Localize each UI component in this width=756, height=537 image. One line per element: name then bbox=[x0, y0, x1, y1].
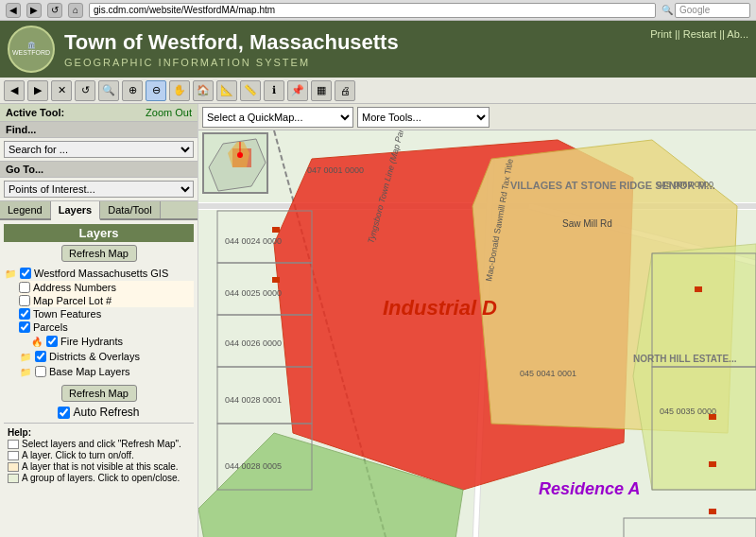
refresh-tool[interactable]: ↺ bbox=[75, 80, 95, 101]
help-item: Select layers and click "Refresh Map". bbox=[8, 439, 190, 449]
zoom-out-tool[interactable]: ⊖ bbox=[146, 80, 166, 101]
hydrant-icon: 🔥 bbox=[30, 335, 43, 348]
panel-tabs: Legend Layers Data/Tool bbox=[0, 201, 198, 220]
search-area: Search for ... bbox=[0, 138, 198, 162]
folder-icon-basemap: 📁 bbox=[19, 365, 32, 378]
goto-area: Points of Interest... bbox=[0, 178, 198, 201]
layer-checkbox-address[interactable] bbox=[19, 282, 30, 293]
grid-tool[interactable]: ▦ bbox=[311, 80, 332, 101]
main-content: Active Tool: Zoom Out Find... Search for… bbox=[0, 104, 756, 537]
active-tool-label: Active Tool: bbox=[6, 107, 64, 118]
help-item: A group of layers. Click to open/close. bbox=[8, 473, 190, 483]
address-bar[interactable]: gis.cdm.com/website/WestfordMA/map.htm bbox=[89, 3, 656, 18]
svg-text:Residence A: Residence A bbox=[539, 479, 640, 498]
layer-checkbox-basemap[interactable] bbox=[35, 366, 46, 377]
layer-item[interactable]: Map Parcel Lot # bbox=[19, 294, 194, 307]
help-swatch-2 bbox=[8, 451, 19, 460]
svg-text:Industrial D: Industrial D bbox=[383, 296, 497, 320]
refresh-map-button[interactable]: Refresh Map bbox=[61, 245, 137, 262]
browser-chrome: ◀ ▶ ↺ ⌂ gis.cdm.com/website/WestfordMA/m… bbox=[0, 0, 756, 21]
header-links[interactable]: Print || Restart || Ab... bbox=[650, 25, 748, 40]
title-block: Town of Westford, Massachusetts GEOGRAPH… bbox=[64, 30, 641, 68]
layer-item[interactable]: 🔥 Fire Hydrants bbox=[30, 334, 194, 349]
quickmap-select[interactable]: Select a QuickMap... bbox=[202, 107, 353, 128]
layer-item[interactable]: Parcels bbox=[19, 320, 194, 334]
app-subtitle: GEOGRAPHIC INFORMATION SYSTEM bbox=[64, 57, 641, 68]
pin-tool[interactable]: 📌 bbox=[287, 80, 308, 101]
active-tool-value: Zoom Out bbox=[146, 107, 192, 118]
layer-checkbox-town[interactable] bbox=[19, 308, 30, 320]
pan-tool[interactable]: ✋ bbox=[169, 80, 190, 101]
layer-label-address: Address Numbers bbox=[33, 282, 116, 293]
app-title: Town of Westford, Massachusetts bbox=[64, 30, 641, 55]
refresh-button[interactable]: ↺ bbox=[47, 3, 62, 18]
layers-title: Layers bbox=[4, 224, 194, 242]
help-section: Help: Select layers and click "Refresh M… bbox=[4, 423, 194, 488]
layer-checkbox-parcels[interactable] bbox=[19, 321, 30, 333]
app-header: 🏛️WESTFORD Town of Westford, Massachuset… bbox=[0, 21, 756, 78]
svg-rect-45 bbox=[695, 286, 702, 292]
tab-legend[interactable]: Legend bbox=[0, 201, 51, 218]
help-swatch-4 bbox=[8, 474, 19, 483]
main-toolbar: ◀ ▶ ✕ ↺ 🔍 ⊕ ⊖ ✋ 🏠 📐 📏 ℹ 📌 ▦ 🖨 bbox=[0, 78, 756, 104]
search-dropdown[interactable]: Search for ... bbox=[4, 141, 194, 158]
layers-panel: Layers Refresh Map 📁 Westford Massachuse… bbox=[0, 220, 198, 492]
svg-rect-48 bbox=[709, 509, 716, 514]
layer-checkbox-hydrants[interactable] bbox=[46, 336, 58, 347]
svg-text:VILLAGES AT STONE RIDGE SENIOR: VILLAGES AT STONE RIDGE SENIOR M... bbox=[510, 180, 715, 191]
measure-tool[interactable]: 📏 bbox=[240, 80, 261, 101]
info-tool[interactable]: ℹ bbox=[264, 80, 284, 101]
layer-label-districts: Districts & Overlays bbox=[49, 351, 140, 362]
auto-refresh-label: Auto Refresh bbox=[73, 406, 139, 419]
cancel-tool[interactable]: ✕ bbox=[51, 80, 72, 101]
auto-refresh-checkbox[interactable] bbox=[58, 407, 70, 419]
goto-dropdown[interactable]: Points of Interest... bbox=[4, 181, 194, 198]
measure-area-tool[interactable]: 📐 bbox=[216, 80, 237, 101]
google-search-icon: 🔍 bbox=[662, 5, 673, 15]
map-area[interactable]: Select a QuickMap... More Tools... bbox=[198, 104, 756, 537]
help-item: A layer that is not visible at this scal… bbox=[8, 461, 190, 472]
layer-item[interactable]: Town Features bbox=[19, 307, 194, 320]
help-item: A layer. Click to turn on/off. bbox=[8, 450, 190, 460]
svg-text:044 0028 0005: 044 0028 0005 bbox=[225, 461, 282, 471]
svg-rect-47 bbox=[709, 461, 716, 467]
layer-label-parcel: Map Parcel Lot # bbox=[33, 295, 112, 306]
back-tool[interactable]: ◀ bbox=[4, 80, 25, 101]
home-button[interactable]: ⌂ bbox=[68, 3, 83, 18]
svg-text:Saw Mill Rd: Saw Mill Rd bbox=[562, 218, 612, 229]
moretools-select[interactable]: More Tools... bbox=[357, 107, 490, 128]
layer-item[interactable]: 📁 Westford Massachusetts GIS bbox=[4, 266, 194, 281]
help-title: Help: bbox=[8, 427, 190, 438]
layer-item[interactable]: 📁 Base Map Layers bbox=[19, 364, 194, 379]
active-tool-bar: Active Tool: Zoom Out bbox=[0, 104, 198, 122]
folder-icon-districts: 📁 bbox=[19, 350, 32, 363]
print-tool[interactable]: 🖨 bbox=[335, 80, 355, 101]
tab-datatool[interactable]: Data/Tool bbox=[100, 201, 160, 218]
svg-rect-46 bbox=[709, 414, 716, 420]
layer-item[interactable]: Address Numbers bbox=[19, 281, 194, 294]
home-tool[interactable]: 🏠 bbox=[193, 80, 214, 101]
back-button[interactable]: ◀ bbox=[6, 3, 21, 18]
app-container: 🏛️WESTFORD Town of Westford, Massachuset… bbox=[0, 21, 756, 537]
auto-refresh-row: Auto Refresh bbox=[4, 406, 194, 419]
town-seal: 🏛️WESTFORD bbox=[8, 26, 55, 73]
folder-icon: 📁 bbox=[4, 267, 17, 280]
layer-checkbox-root[interactable] bbox=[20, 268, 31, 279]
layer-label-hydrants: Fire Hydrants bbox=[60, 336, 123, 347]
svg-text:044 0028 0001: 044 0028 0001 bbox=[225, 395, 282, 405]
svg-rect-44 bbox=[272, 277, 280, 283]
tab-layers[interactable]: Layers bbox=[51, 201, 100, 220]
zoom-in-tool[interactable]: ⊕ bbox=[122, 80, 143, 101]
layer-label-town: Town Features bbox=[33, 308, 101, 320]
svg-text:045 0035 0000: 045 0035 0000 bbox=[660, 407, 716, 416]
goto-header: Go To... bbox=[0, 162, 198, 178]
layer-checkbox-parcel[interactable] bbox=[19, 295, 30, 306]
layer-label-parcels: Parcels bbox=[33, 321, 68, 333]
fwd-tool[interactable]: ▶ bbox=[27, 80, 48, 101]
browser-search-box[interactable]: Google bbox=[675, 3, 750, 18]
layer-item[interactable]: 📁 Districts & Overlays bbox=[19, 349, 194, 364]
search-tool[interactable]: 🔍 bbox=[98, 80, 119, 101]
forward-button[interactable]: ▶ bbox=[26, 3, 42, 18]
refresh-map-button-2[interactable]: Refresh Map bbox=[61, 385, 137, 402]
layer-checkbox-districts[interactable] bbox=[35, 351, 46, 362]
